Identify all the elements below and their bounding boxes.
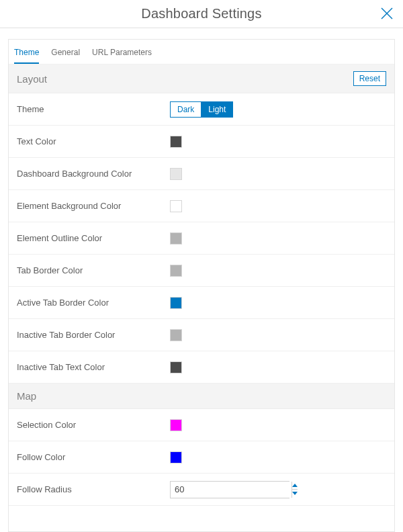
row-dashboard-bg: Dashboard Background Color — [9, 158, 394, 190]
swatch-follow-color[interactable] — [170, 451, 182, 463]
swatch-inactive-tab-border[interactable] — [170, 329, 182, 341]
swatch-selection-color[interactable] — [170, 419, 182, 431]
row-element-outline: Element Outline Color — [9, 222, 394, 255]
row-inactive-tab-border: Inactive Tab Border Color — [9, 319, 394, 351]
svg-marker-2 — [292, 484, 298, 487]
row-active-tab-border: Active Tab Border Color — [9, 287, 394, 319]
reset-button[interactable]: Reset — [353, 71, 386, 86]
tabs: Theme General URL Parameters — [9, 40, 394, 64]
label-inactive-tab-text: Inactive Tab Text Color — [17, 362, 170, 372]
settings-panel: Theme General URL Parameters Layout Rese… — [8, 39, 395, 532]
modal-title: Dashboard Settings — [141, 6, 261, 21]
close-icon — [379, 6, 394, 21]
settings-modal: Dashboard Settings Theme General URL Par… — [0, 0, 403, 532]
label-follow-radius: Follow Radius — [17, 484, 170, 494]
label-element-bg: Element Background Color — [17, 201, 170, 211]
tab-url-parameters[interactable]: URL Parameters — [92, 48, 152, 64]
scroll-area[interactable]: Layout Reset Theme Dark Light Text Col — [9, 64, 394, 531]
swatch-text-color[interactable] — [170, 136, 182, 148]
row-element-bg: Element Background Color — [9, 190, 394, 222]
label-tab-border: Tab Border Color — [17, 265, 170, 275]
section-layout-title: Layout — [17, 73, 47, 85]
control-theme: Dark Light — [170, 101, 386, 118]
theme-option-light[interactable]: Light — [202, 101, 233, 118]
theme-option-dark[interactable]: Dark — [170, 101, 202, 118]
label-active-tab-border: Active Tab Border Color — [17, 298, 170, 308]
swatch-element-outline[interactable] — [170, 232, 182, 245]
label-theme: Theme — [17, 104, 170, 114]
chevron-up-icon — [292, 484, 298, 487]
row-theme: Theme Dark Light — [9, 93, 394, 126]
follow-radius-stepper — [170, 481, 289, 498]
swatch-dashboard-bg[interactable] — [170, 168, 182, 180]
stepper-down[interactable] — [292, 490, 298, 498]
tab-theme[interactable]: Theme — [14, 48, 39, 64]
content-wrap: Theme General URL Parameters Layout Rese… — [0, 28, 403, 532]
section-map-title: Map — [17, 390, 36, 402]
swatch-active-tab-border[interactable] — [170, 297, 182, 309]
label-inactive-tab-border: Inactive Tab Border Color — [17, 330, 170, 340]
tab-general[interactable]: General — [51, 48, 80, 64]
label-element-outline: Element Outline Color — [17, 233, 170, 243]
row-text-color: Text Color — [9, 126, 394, 158]
swatch-inactive-tab-text[interactable] — [170, 361, 182, 373]
row-follow-color: Follow Color — [9, 441, 394, 474]
label-dashboard-bg: Dashboard Background Color — [17, 169, 170, 179]
row-inactive-tab-text: Inactive Tab Text Color — [9, 351, 394, 384]
label-text-color: Text Color — [17, 136, 170, 146]
follow-radius-input[interactable] — [171, 482, 292, 498]
svg-marker-3 — [292, 492, 298, 495]
row-selection-color: Selection Color — [9, 409, 394, 441]
section-map-header: Map — [9, 384, 394, 409]
row-follow-radius: Follow Radius — [9, 474, 394, 506]
chevron-down-icon — [292, 492, 298, 495]
row-tab-border: Tab Border Color — [9, 255, 394, 287]
swatch-element-bg[interactable] — [170, 200, 182, 212]
theme-toggle: Dark Light — [170, 101, 233, 118]
label-selection-color: Selection Color — [17, 420, 170, 430]
modal-header: Dashboard Settings — [0, 0, 403, 28]
stepper-up[interactable] — [292, 482, 298, 490]
close-button[interactable] — [377, 4, 396, 23]
section-layout-header: Layout Reset — [9, 64, 394, 93]
label-follow-color: Follow Color — [17, 452, 170, 462]
swatch-tab-border[interactable] — [170, 265, 182, 277]
stepper-buttons — [292, 482, 298, 498]
